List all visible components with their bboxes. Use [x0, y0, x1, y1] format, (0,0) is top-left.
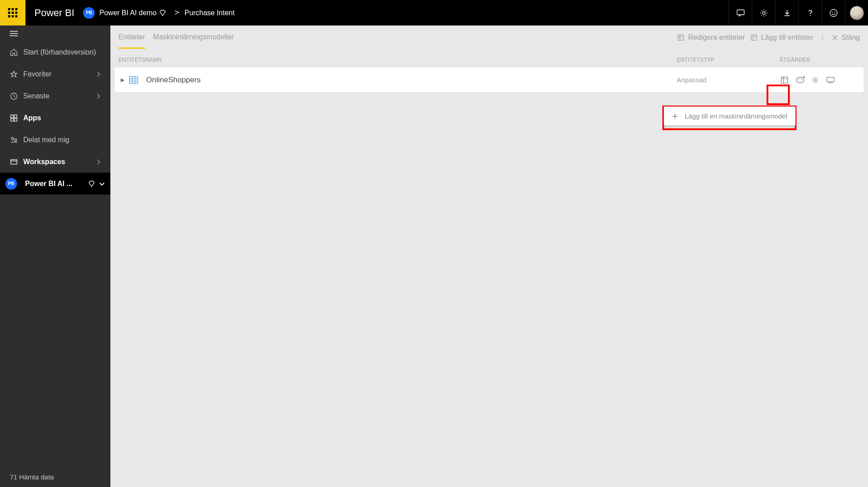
sidebar-item-delat[interactable]: Delat med mig: [0, 129, 110, 151]
edit-entities-button[interactable]: Redigera entiteter: [677, 34, 745, 42]
close-label: Stäng: [841, 34, 860, 42]
svg-rect-10: [14, 119, 17, 121]
entity-type: Anpassad: [677, 76, 780, 84]
hamburger-icon: [10, 30, 18, 38]
svg-point-3: [830, 9, 837, 17]
brand-label: Power BI: [25, 7, 83, 19]
tab-entiteter[interactable]: Entiteter: [118, 27, 145, 49]
plus-icon: [671, 113, 678, 120]
workspace-chip: PB: [83, 7, 95, 19]
chevron-right-icon: [96, 71, 101, 77]
sidebar-item-favoriter[interactable]: Favoriter: [0, 63, 110, 85]
svg-point-12: [15, 139, 17, 141]
column-actions: Åtgärder: [780, 57, 860, 63]
premium-icon: [159, 9, 166, 17]
clock-icon: [10, 92, 23, 100]
action-more-icon[interactable]: [825, 75, 836, 85]
sidebar-item-workspaces[interactable]: Workspaces: [0, 151, 110, 173]
svg-point-19: [798, 79, 799, 80]
column-name: Entitetsnamn: [118, 57, 677, 63]
toolbar-right: Redigera entiteter Lägg till entiteter |…: [677, 34, 860, 42]
app-launcher-button[interactable]: [0, 0, 25, 25]
tab-ml-models[interactable]: Maskininlärningsmodeller: [153, 27, 234, 49]
add-ml-model-item[interactable]: Lägg till en maskininlärningsmodel: [664, 107, 795, 125]
sidebar-item-label: Start (förhandsversion): [23, 48, 101, 56]
ml-action-dropdown: Lägg till en maskininlärningsmodel: [664, 106, 796, 126]
help-icon[interactable]: [798, 0, 822, 25]
sidebar-current-workspace[interactable]: PB Power BI AI ...: [0, 173, 110, 195]
action-ml-icon[interactable]: [795, 75, 805, 85]
svg-rect-7: [11, 115, 13, 118]
app-header: Power BI PB Power BI AI demo > Purchase …: [0, 0, 868, 25]
sidebar-item-start[interactable]: Start (förhandsversion): [0, 41, 110, 63]
sidebar-item-senaste[interactable]: Senaste: [0, 85, 110, 107]
premium-icon: [88, 180, 95, 187]
getdata-label: 71 Hämta data: [10, 473, 54, 481]
entity-name: OnlineShoppers: [146, 76, 677, 85]
add-entities-label: Lägg till entiteter: [761, 34, 813, 42]
svg-point-11: [12, 137, 14, 140]
svg-point-5: [834, 12, 835, 13]
svg-rect-8: [14, 115, 17, 118]
waffle-icon: [8, 8, 17, 17]
table-icon: [129, 76, 138, 84]
breadcrumb-workspace[interactable]: Power BI AI demo: [99, 9, 156, 17]
svg-rect-9: [11, 119, 13, 121]
chevron-down-icon: [99, 182, 105, 186]
column-headers: Entitetsnamn Entitetstyp Åtgärder: [110, 50, 868, 68]
avatar-image: [850, 6, 864, 20]
svg-rect-0: [737, 10, 744, 15]
feedback-icon[interactable]: [822, 0, 845, 25]
sidebar-item-label: Workspaces: [23, 158, 96, 166]
svg-rect-17: [781, 77, 788, 83]
breadcrumb: PB Power BI AI demo > Purchase Intent: [83, 7, 235, 19]
svg-point-1: [763, 12, 765, 14]
home-icon: [10, 48, 23, 56]
apps-icon: [10, 114, 23, 122]
sidebar-item-label: Favoriter: [23, 70, 96, 78]
column-type: Entitetstyp: [677, 57, 780, 63]
toolbar: Entiteter Maskininlärningsmodeller Redig…: [110, 25, 868, 50]
user-avatar[interactable]: [845, 0, 868, 25]
svg-point-4: [832, 12, 833, 13]
svg-rect-13: [11, 160, 17, 164]
sidebar-item-apps[interactable]: Apps: [0, 107, 110, 129]
breadcrumb-page[interactable]: Purchase Intent: [185, 9, 235, 17]
svg-point-20: [801, 79, 802, 80]
chevron-right-icon: [96, 93, 101, 99]
sidebar-collapse-button[interactable]: [0, 25, 110, 41]
sidebar-item-label: Senaste: [23, 92, 96, 100]
settings-icon[interactable]: [752, 0, 775, 25]
sidebar-item-label: Delat med mig: [23, 136, 101, 144]
workspace-label: Power BI AI ...: [25, 180, 88, 188]
add-ml-model-label: Lägg till en maskininlärningsmodel: [685, 112, 787, 120]
entity-actions: [780, 75, 860, 85]
svg-point-18: [796, 77, 804, 83]
tab-label: Maskininlärningsmodeller: [153, 33, 234, 41]
chevron-right-icon: [96, 159, 101, 165]
entity-row[interactable]: ▸ OnlineShoppers Anpassad: [115, 68, 864, 92]
svg-point-21: [814, 79, 817, 81]
expand-toggle[interactable]: ▸: [118, 75, 126, 85]
action-edit-icon[interactable]: [780, 75, 790, 85]
add-entities-button[interactable]: Lägg till entiteter: [750, 34, 813, 42]
toolbar-separator: |: [822, 34, 823, 42]
add-icon: [750, 34, 758, 42]
star-icon: [10, 70, 23, 78]
chat-icon[interactable]: [729, 0, 752, 25]
edit-icon: [677, 34, 685, 42]
svg-rect-15: [751, 35, 757, 40]
edit-entities-label: Redigera entiteter: [688, 34, 745, 42]
download-icon[interactable]: [775, 0, 798, 25]
sidebar-footer-getdata[interactable]: 71 Hämta data: [0, 467, 110, 487]
sidebar-item-label: Apps: [23, 114, 101, 122]
action-settings-icon[interactable]: [810, 75, 821, 85]
tabs: Entiteter Maskininlärningsmodeller: [118, 27, 234, 49]
layout: Start (förhandsversion) Favoriter Senast…: [0, 25, 868, 487]
close-button[interactable]: Stäng: [831, 34, 860, 42]
workspace-icon: [10, 158, 23, 166]
svg-rect-22: [827, 77, 834, 82]
tab-label: Entiteter: [118, 33, 145, 41]
close-icon: [831, 34, 839, 41]
svg-rect-14: [678, 35, 683, 40]
